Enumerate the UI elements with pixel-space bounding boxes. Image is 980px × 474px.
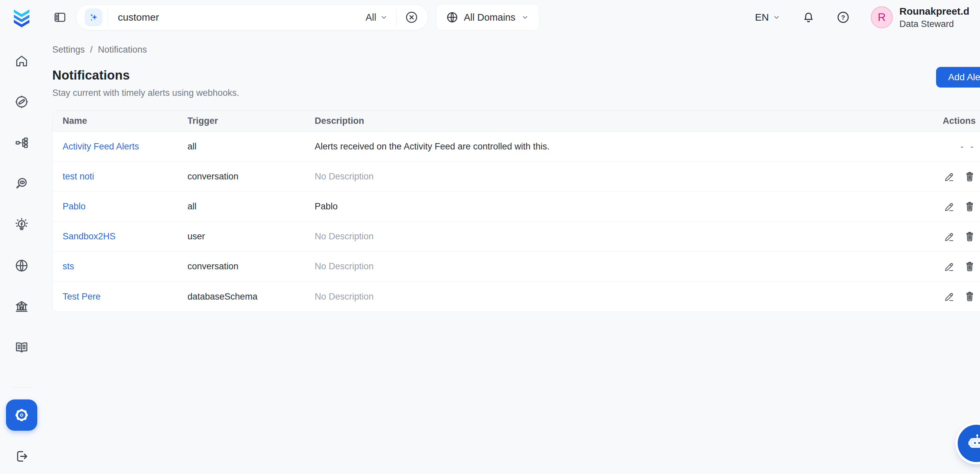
sidebar-item-explore[interactable] <box>14 94 29 109</box>
ai-sparkle-icon[interactable] <box>85 9 102 26</box>
alert-trigger: all <box>188 201 315 212</box>
sidebar-item-settings-active[interactable] <box>6 399 37 431</box>
edit-alert-button[interactable] <box>944 291 955 302</box>
x-circle-icon <box>404 10 418 24</box>
clear-search-button[interactable] <box>404 10 418 24</box>
compass-icon <box>14 94 29 109</box>
breadcrumb-notifications: Notifications <box>98 45 147 55</box>
table-row: Test Pere databaseSchema No Description <box>52 282 980 312</box>
trash-icon <box>964 171 976 183</box>
alert-description: No Description <box>315 261 918 272</box>
alert-name-link[interactable]: test noti <box>52 172 188 182</box>
chat-bot-button[interactable] <box>958 425 980 462</box>
trash-icon <box>964 231 976 243</box>
user-menu[interactable]: R Rounakpreet.d Data Steward <box>871 5 969 29</box>
domains-label: All Domains <box>464 12 515 23</box>
page-title: Notifications <box>52 68 980 83</box>
user-role: Data Steward <box>899 19 969 29</box>
edit-alert-button[interactable] <box>944 201 955 212</box>
globe-icon <box>446 11 458 24</box>
sidebar-item-domains[interactable] <box>14 258 29 273</box>
notifications-button[interactable] <box>802 10 816 24</box>
lightbulb-icon <box>14 217 29 232</box>
table-row: sts conversation No Description <box>52 252 980 282</box>
search-input[interactable] <box>118 12 359 23</box>
breadcrumb-settings[interactable]: Settings <box>52 45 85 55</box>
delete-alert-button[interactable] <box>964 291 976 302</box>
alert-name-link[interactable]: sts <box>52 261 188 272</box>
column-header-description: Description <box>315 116 918 126</box>
edit-alert-button[interactable] <box>944 261 955 272</box>
logout-button[interactable] <box>14 449 29 464</box>
delete-alert-button[interactable] <box>964 201 976 213</box>
help-circle-icon <box>836 10 850 24</box>
sidebar-item-glossary[interactable] <box>14 340 29 355</box>
alert-description: No Description <box>315 172 918 182</box>
sidebar-item-insights[interactable] <box>14 217 29 232</box>
language-dropdown[interactable]: EN <box>755 12 781 23</box>
alert-trigger: all <box>188 142 315 152</box>
notifications-table: Name Trigger Description Actions Activit… <box>52 110 980 312</box>
alert-name-link[interactable]: Test Pere <box>52 291 188 302</box>
user-name: Rounakpreet.d <box>899 5 969 17</box>
help-button[interactable] <box>836 10 850 24</box>
sidebar-collapse-button[interactable] <box>53 11 67 24</box>
table-row: Activity Feed Alerts all Alerts received… <box>52 132 980 162</box>
sidebar-item-home[interactable] <box>14 54 29 68</box>
alert-trigger: user <box>188 231 315 242</box>
sidebar-item-govern[interactable] <box>14 299 29 314</box>
sidebar-item-data-assets[interactable] <box>14 135 29 150</box>
home-icon <box>14 54 29 68</box>
search-scope-label: All <box>366 12 376 23</box>
globe-icon <box>14 258 29 273</box>
sidebar-bottom <box>6 387 37 474</box>
app-root: All All Domains EN R <box>0 0 980 474</box>
no-actions-placeholder: - - <box>960 142 976 152</box>
delete-alert-button[interactable] <box>964 231 976 243</box>
app-logo[interactable] <box>0 5 43 30</box>
sidebar-nav <box>14 54 29 355</box>
alert-trigger: databaseSchema <box>188 291 315 302</box>
table-row: test noti conversation No Description <box>52 162 980 192</box>
divider <box>108 10 108 25</box>
delete-alert-button[interactable] <box>964 171 976 183</box>
open-book-icon <box>14 340 29 355</box>
bell-icon <box>802 10 816 24</box>
add-alert-button[interactable]: Add Alert <box>936 67 980 87</box>
alert-trigger: conversation <box>188 261 315 272</box>
alert-name-link[interactable]: Sandbox2HS <box>52 231 188 242</box>
table-row: Sandbox2HS user No Description <box>52 222 980 252</box>
search-scope-dropdown[interactable]: All <box>366 12 388 23</box>
pencil-icon <box>944 261 955 272</box>
column-header-trigger: Trigger <box>188 116 315 126</box>
page-header: Notifications Stay current with timely a… <box>52 68 980 98</box>
table-header: Name Trigger Description Actions <box>52 110 980 132</box>
language-label: EN <box>755 12 769 23</box>
alert-description: No Description <box>315 231 918 242</box>
breadcrumb-separator: / <box>90 45 93 55</box>
column-header-actions: Actions <box>918 116 980 126</box>
topbar-right-group: EN R Rounakpreet.d Data Steward <box>755 5 969 29</box>
magnifier-eye-icon <box>14 177 29 191</box>
edit-alert-button[interactable] <box>944 171 955 183</box>
alert-name-link[interactable]: Pablo <box>52 201 188 212</box>
edit-alert-button[interactable] <box>944 231 955 242</box>
logout-icon <box>14 449 29 464</box>
alert-name-link[interactable]: Activity Feed Alerts <box>52 142 188 152</box>
sidebar-item-observability[interactable] <box>14 177 29 191</box>
top-bar: All All Domains EN R <box>0 0 980 35</box>
left-sidebar <box>0 0 43 474</box>
avatar: R <box>871 6 893 28</box>
layers-logo-icon <box>8 5 35 30</box>
gear-icon <box>13 406 31 424</box>
domains-dropdown[interactable]: All Domains <box>436 4 539 30</box>
alert-description: Pablo <box>315 201 918 212</box>
hierarchy-icon <box>14 135 29 150</box>
pencil-icon <box>944 171 955 183</box>
trash-icon <box>964 261 976 273</box>
delete-alert-button[interactable] <box>964 261 976 273</box>
alert-trigger: conversation <box>188 172 315 182</box>
robot-icon <box>965 433 980 454</box>
page-subtitle: Stay current with timely alerts using we… <box>52 88 980 98</box>
chevron-down-icon <box>772 13 781 22</box>
